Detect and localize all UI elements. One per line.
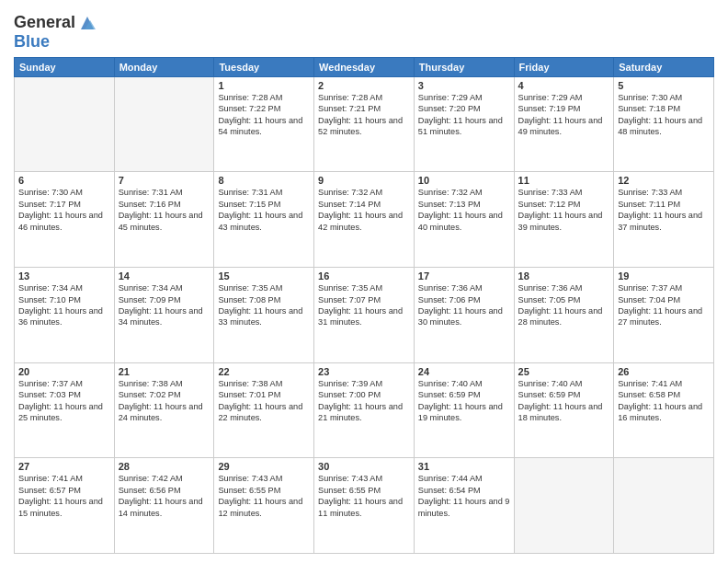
day-cell: [514, 458, 614, 554]
column-header-thursday: Thursday: [414, 57, 514, 76]
column-header-tuesday: Tuesday: [214, 57, 314, 76]
column-header-friday: Friday: [514, 57, 614, 76]
day-number: 25: [518, 366, 610, 377]
day-number: 3: [418, 80, 510, 91]
day-detail: Sunrise: 7:29 AM Sunset: 7:19 PM Dayligh…: [518, 92, 610, 138]
day-detail: Sunrise: 7:37 AM Sunset: 7:03 PM Dayligh…: [18, 378, 110, 424]
day-cell: 13Sunrise: 7:34 AM Sunset: 7:10 PM Dayli…: [15, 268, 115, 363]
day-detail: Sunrise: 7:41 AM Sunset: 6:58 PM Dayligh…: [618, 378, 710, 424]
day-cell: 18Sunrise: 7:36 AM Sunset: 7:05 PM Dayli…: [514, 268, 614, 363]
day-detail: Sunrise: 7:44 AM Sunset: 6:54 PM Dayligh…: [418, 473, 510, 519]
day-cell: 7Sunrise: 7:31 AM Sunset: 7:16 PM Daylig…: [114, 172, 214, 268]
day-cell: 10Sunrise: 7:32 AM Sunset: 7:13 PM Dayli…: [414, 172, 514, 268]
day-number: 30: [318, 461, 410, 472]
day-cell: 15Sunrise: 7:35 AM Sunset: 7:08 PM Dayli…: [214, 268, 314, 363]
week-row-2: 6Sunrise: 7:30 AM Sunset: 7:17 PM Daylig…: [15, 172, 714, 268]
day-cell: 26Sunrise: 7:41 AM Sunset: 6:58 PM Dayli…: [614, 362, 714, 458]
day-detail: Sunrise: 7:35 AM Sunset: 7:07 PM Dayligh…: [318, 282, 410, 328]
day-cell: 21Sunrise: 7:38 AM Sunset: 7:02 PM Dayli…: [114, 362, 214, 458]
week-row-3: 13Sunrise: 7:34 AM Sunset: 7:10 PM Dayli…: [15, 268, 714, 363]
day-detail: Sunrise: 7:32 AM Sunset: 7:13 PM Dayligh…: [418, 187, 510, 233]
header: General Blue: [14, 9, 714, 52]
day-cell: 31Sunrise: 7:44 AM Sunset: 6:54 PM Dayli…: [414, 458, 514, 554]
day-number: 7: [119, 175, 210, 186]
day-number: 26: [618, 366, 710, 377]
day-number: 19: [618, 270, 710, 282]
day-detail: Sunrise: 7:41 AM Sunset: 6:57 PM Dayligh…: [18, 473, 110, 519]
day-detail: Sunrise: 7:38 AM Sunset: 7:01 PM Dayligh…: [218, 378, 310, 424]
day-number: 5: [618, 80, 710, 91]
day-detail: Sunrise: 7:31 AM Sunset: 7:16 PM Dayligh…: [119, 187, 210, 233]
day-cell: 14Sunrise: 7:34 AM Sunset: 7:09 PM Dayli…: [114, 268, 214, 363]
day-cell: [614, 458, 714, 554]
day-number: 29: [218, 461, 310, 472]
day-number: 9: [318, 175, 410, 186]
day-cell: [15, 76, 115, 172]
logo-icon: [77, 13, 97, 33]
day-number: 28: [119, 461, 210, 472]
day-number: 11: [518, 175, 610, 186]
header-row: SundayMondayTuesdayWednesdayThursdayFrid…: [15, 57, 714, 76]
day-detail: Sunrise: 7:43 AM Sunset: 6:55 PM Dayligh…: [218, 473, 310, 519]
day-detail: Sunrise: 7:37 AM Sunset: 7:04 PM Dayligh…: [618, 282, 710, 328]
day-cell: 23Sunrise: 7:39 AM Sunset: 7:00 PM Dayli…: [314, 362, 415, 458]
day-cell: [114, 76, 214, 172]
week-row-5: 27Sunrise: 7:41 AM Sunset: 6:57 PM Dayli…: [15, 458, 714, 554]
day-cell: 4Sunrise: 7:29 AM Sunset: 7:19 PM Daylig…: [514, 76, 614, 172]
day-number: 27: [18, 461, 110, 472]
day-detail: Sunrise: 7:34 AM Sunset: 7:09 PM Dayligh…: [119, 282, 210, 328]
day-cell: 11Sunrise: 7:33 AM Sunset: 7:12 PM Dayli…: [514, 172, 614, 268]
day-number: 23: [318, 366, 410, 377]
day-detail: Sunrise: 7:30 AM Sunset: 7:18 PM Dayligh…: [618, 92, 710, 138]
day-detail: Sunrise: 7:39 AM Sunset: 7:00 PM Dayligh…: [318, 378, 410, 424]
day-number: 18: [518, 270, 610, 282]
column-header-sunday: Sunday: [15, 57, 115, 76]
day-number: 17: [418, 270, 510, 282]
calendar-page: General Blue SundayMondayTuesdayWednesda…: [0, 0, 728, 563]
day-detail: Sunrise: 7:33 AM Sunset: 7:12 PM Dayligh…: [518, 187, 610, 233]
day-detail: Sunrise: 7:30 AM Sunset: 7:17 PM Dayligh…: [18, 187, 110, 233]
day-cell: 8Sunrise: 7:31 AM Sunset: 7:15 PM Daylig…: [214, 172, 314, 268]
day-number: 24: [418, 366, 510, 377]
day-detail: Sunrise: 7:34 AM Sunset: 7:10 PM Dayligh…: [18, 282, 110, 328]
day-cell: 29Sunrise: 7:43 AM Sunset: 6:55 PM Dayli…: [214, 458, 314, 554]
day-detail: Sunrise: 7:28 AM Sunset: 7:21 PM Dayligh…: [318, 92, 410, 138]
column-header-monday: Monday: [114, 57, 214, 76]
week-row-4: 20Sunrise: 7:37 AM Sunset: 7:03 PM Dayli…: [15, 362, 714, 458]
day-cell: 5Sunrise: 7:30 AM Sunset: 7:18 PM Daylig…: [614, 76, 714, 172]
day-cell: 27Sunrise: 7:41 AM Sunset: 6:57 PM Dayli…: [15, 458, 115, 554]
column-header-saturday: Saturday: [614, 57, 714, 76]
day-detail: Sunrise: 7:36 AM Sunset: 7:06 PM Dayligh…: [418, 282, 510, 328]
day-cell: 1Sunrise: 7:28 AM Sunset: 7:22 PM Daylig…: [214, 76, 314, 172]
calendar-table: SundayMondayTuesdayWednesdayThursdayFrid…: [14, 57, 714, 554]
day-cell: 19Sunrise: 7:37 AM Sunset: 7:04 PM Dayli…: [614, 268, 714, 363]
day-cell: 6Sunrise: 7:30 AM Sunset: 7:17 PM Daylig…: [15, 172, 115, 268]
day-cell: 9Sunrise: 7:32 AM Sunset: 7:14 PM Daylig…: [314, 172, 415, 268]
logo: General Blue: [14, 13, 97, 52]
day-number: 2: [318, 80, 410, 91]
day-detail: Sunrise: 7:42 AM Sunset: 6:56 PM Dayligh…: [119, 473, 210, 519]
day-cell: 16Sunrise: 7:35 AM Sunset: 7:07 PM Dayli…: [314, 268, 415, 363]
day-detail: Sunrise: 7:40 AM Sunset: 6:59 PM Dayligh…: [418, 378, 510, 424]
day-number: 13: [18, 270, 110, 282]
day-number: 14: [119, 270, 210, 282]
day-number: 4: [518, 80, 610, 91]
day-cell: 25Sunrise: 7:40 AM Sunset: 6:59 PM Dayli…: [514, 362, 614, 458]
day-number: 16: [318, 270, 410, 282]
day-cell: 24Sunrise: 7:40 AM Sunset: 6:59 PM Dayli…: [414, 362, 514, 458]
day-number: 12: [618, 175, 710, 186]
day-detail: Sunrise: 7:32 AM Sunset: 7:14 PM Dayligh…: [318, 187, 410, 233]
day-cell: 3Sunrise: 7:29 AM Sunset: 7:20 PM Daylig…: [414, 76, 514, 172]
day-detail: Sunrise: 7:29 AM Sunset: 7:20 PM Dayligh…: [418, 92, 510, 138]
day-cell: 28Sunrise: 7:42 AM Sunset: 6:56 PM Dayli…: [114, 458, 214, 554]
day-number: 31: [418, 461, 510, 472]
day-cell: 30Sunrise: 7:43 AM Sunset: 6:55 PM Dayli…: [314, 458, 415, 554]
day-cell: 22Sunrise: 7:38 AM Sunset: 7:01 PM Dayli…: [214, 362, 314, 458]
day-cell: 17Sunrise: 7:36 AM Sunset: 7:06 PM Dayli…: [414, 268, 514, 363]
logo-text-general: General: [14, 14, 75, 32]
day-number: 20: [18, 366, 110, 377]
week-row-1: 1Sunrise: 7:28 AM Sunset: 7:22 PM Daylig…: [15, 76, 714, 172]
day-number: 1: [218, 80, 310, 91]
day-detail: Sunrise: 7:36 AM Sunset: 7:05 PM Dayligh…: [518, 282, 610, 328]
day-number: 6: [18, 175, 110, 186]
